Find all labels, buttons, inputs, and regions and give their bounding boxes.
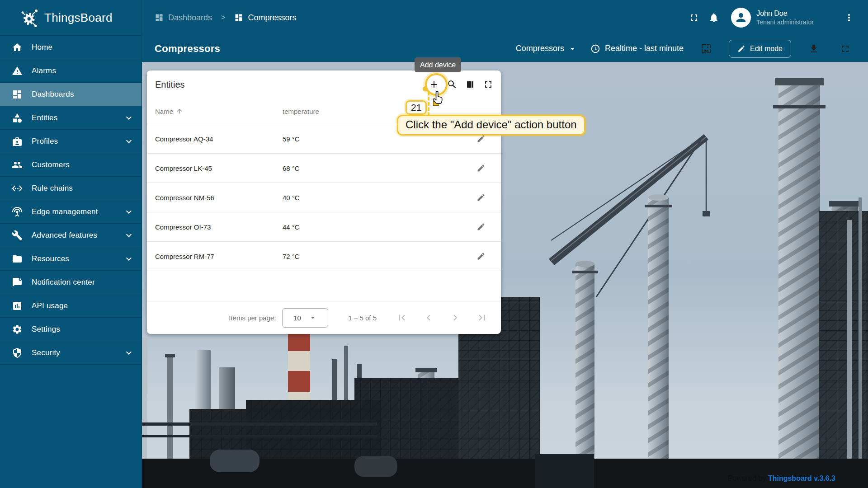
entity-name: Compressor NM-56: [155, 194, 283, 202]
next-page-button[interactable]: [446, 309, 464, 327]
person-icon: [734, 11, 748, 24]
sidebar-item-advanced-features[interactable]: Advanced features: [0, 224, 142, 247]
entity-name: Compressor RM-77: [155, 253, 283, 260]
pencil-icon: [476, 193, 486, 202]
avatar[interactable]: [731, 8, 751, 28]
table-row-compressor-rm-77[interactable]: Compressor RM-77 72 °C: [147, 241, 501, 271]
sidebar-item-customers[interactable]: Customers: [0, 153, 142, 177]
first-page-icon: [396, 312, 408, 324]
breadcrumb-separator: >: [221, 14, 225, 22]
highlight-connector-line: [428, 92, 429, 116]
entity-temperature: 59 °C: [283, 135, 472, 143]
edit-row-button[interactable]: [472, 247, 490, 265]
top-header: Dashboards > Compressors John Doe Tenant…: [142, 0, 868, 35]
table-row-compressor-nm-56[interactable]: Compressor NM-56 40 °C: [147, 183, 501, 212]
column-header-name[interactable]: Name: [155, 108, 283, 115]
fullscreen-icon: [483, 79, 494, 90]
edit-row-button[interactable]: [472, 218, 490, 236]
sidebar-item-edge-management[interactable]: Edge management: [0, 200, 142, 224]
sidebar-item-profiles[interactable]: Profiles: [0, 130, 142, 153]
entity-name: Compressor OI-73: [155, 223, 283, 231]
dashboards-icon: [234, 13, 243, 22]
columns-button[interactable]: [461, 75, 479, 94]
sidebar-item-entities[interactable]: Entities: [0, 106, 142, 130]
sidebar-item-api-usage[interactable]: API usage: [0, 294, 142, 318]
home-icon: [12, 42, 23, 53]
items-per-page-select[interactable]: 10: [282, 308, 328, 328]
sidebar-item-resources[interactable]: Resources: [0, 247, 142, 271]
thingsboard-logo[interactable]: ThingsBoard: [0, 0, 142, 36]
chevron-down-icon: [123, 136, 134, 147]
last-page-icon: [476, 312, 488, 324]
first-page-button[interactable]: [393, 309, 411, 327]
columns-icon: [465, 79, 476, 90]
widget-title: Entities: [155, 80, 185, 90]
api-usage-icon: [12, 300, 23, 311]
sidebar-item-home[interactable]: Home: [0, 36, 142, 59]
chevron-left-icon: [423, 312, 434, 324]
sidebar-item-notification-center[interactable]: Notification center: [0, 271, 142, 294]
sidebar: ThingsBoard Home Alarms: [0, 0, 142, 488]
brand-name: ThingsBoard: [44, 11, 113, 25]
widget-fullscreen-button[interactable]: [479, 75, 497, 94]
entity-temperature: 44 °C: [283, 223, 472, 231]
customers-icon: [12, 160, 23, 170]
instruction-callout: Click the "Add device" action button: [397, 115, 585, 136]
dashboard-image-button[interactable]: [697, 40, 715, 58]
entities-table: Compressor AQ-34 59 °C Compressor LK-45 …: [147, 124, 501, 271]
chevron-down-icon: [123, 347, 134, 358]
dashboard-state-select[interactable]: Compressors: [516, 44, 577, 53]
entities-widget: Entities Name temperatu: [147, 70, 501, 334]
fullscreen-icon: [840, 43, 851, 54]
entity-temperature: 68 °C: [283, 164, 472, 172]
sidebar-item-dashboards[interactable]: Dashboards: [0, 83, 142, 106]
pencil-icon: [476, 134, 486, 143]
edit-row-button[interactable]: [472, 188, 490, 206]
items-per-page-label: Items per page:: [229, 314, 276, 322]
alarms-icon: [12, 66, 23, 76]
sidebar-item-settings[interactable]: Settings: [0, 318, 142, 341]
breadcrumb-current: Compressors: [234, 13, 296, 23]
table-empty-space: [147, 271, 501, 301]
version-link[interactable]: Thingsboard v.3.6.3: [768, 474, 835, 482]
fullscreen-button[interactable]: [684, 8, 704, 28]
table-row-compressor-lk-45[interactable]: Compressor LK-45 68 °C: [147, 153, 501, 183]
last-page-button[interactable]: [473, 309, 491, 327]
previous-page-button[interactable]: [420, 309, 438, 327]
dashboard-actions: Compressors Realtime - last minute Edit …: [516, 40, 854, 58]
sidebar-item-alarms[interactable]: Alarms: [0, 59, 142, 83]
sidebar-item-security[interactable]: Security: [0, 341, 142, 365]
dashboard-title: Compressors: [155, 43, 220, 55]
edit-mode-button[interactable]: Edit mode: [729, 40, 791, 58]
user-menu[interactable]: John Doe Tenant administrator: [756, 9, 814, 27]
dropdown-arrow-icon: [568, 44, 577, 53]
chevron-right-icon: [449, 312, 461, 324]
highlight-anchor-dot: [423, 86, 428, 91]
settings-icon: [12, 324, 23, 335]
sidebar-item-rule-chains[interactable]: Rule chains: [0, 177, 142, 200]
entity-temperature: 40 °C: [283, 194, 472, 202]
kebab-menu-icon: [844, 12, 854, 23]
dashboards-icon: [12, 89, 23, 100]
notifications-button[interactable]: [704, 8, 724, 28]
notification-center-icon: [12, 277, 23, 288]
dashboard-fullscreen-button[interactable]: [836, 40, 854, 58]
pencil-icon: [737, 45, 745, 53]
column-header-temperature[interactable]: temperature: [283, 108, 493, 115]
table-row-compressor-oi-73[interactable]: Compressor OI-73 44 °C: [147, 212, 501, 241]
header-actions: John Doe Tenant administrator: [684, 8, 859, 28]
breadcrumb-dashboards[interactable]: Dashboards: [155, 13, 212, 23]
dashboard-toolbar: Compressors Compressors Realtime - last …: [142, 35, 868, 62]
entity-temperature: 72 °C: [283, 253, 472, 260]
edit-row-button[interactable]: [472, 159, 490, 177]
clock-icon: [590, 44, 600, 54]
edge-management-icon: [12, 206, 23, 217]
user-name: John Doe: [756, 9, 814, 19]
rule-chains-icon: [12, 183, 23, 194]
timewindow-button[interactable]: Realtime - last minute: [590, 44, 684, 54]
more-options-button[interactable]: [839, 8, 859, 28]
download-button[interactable]: [805, 40, 823, 58]
sort-ascending-icon: [176, 108, 183, 115]
thingsboard-gear-logo-icon: [20, 8, 40, 28]
chevron-down-icon: [123, 113, 134, 123]
